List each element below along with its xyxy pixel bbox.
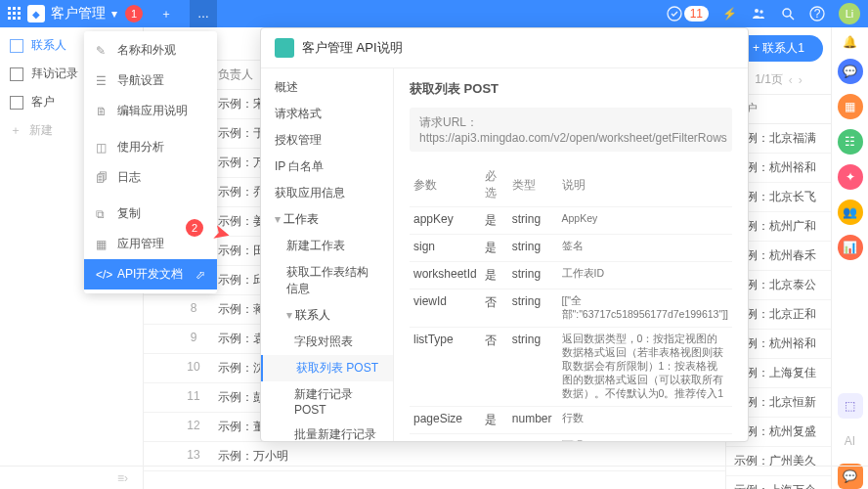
- svg-point-9: [668, 7, 681, 21]
- bottombar: ≡›: [0, 466, 868, 489]
- grid-icon: ▦: [96, 238, 109, 251]
- api-content-title: 获取列表 POST: [410, 80, 732, 98]
- app-icon-6[interactable]: 📊: [838, 235, 863, 260]
- mi-appearance[interactable]: ✎名称和外观: [84, 35, 217, 66]
- context-menu: ✎名称和外观 ☰导航设置 🗎编辑应用说明 ◫使用分析 🗐日志 ⧉复制 ▦应用管理…: [84, 31, 217, 293]
- param-row: worksheetId是string工作表ID: [410, 262, 732, 289]
- nav-label: 拜访记录: [31, 66, 78, 82]
- ai-icon[interactable]: AI: [838, 428, 863, 454]
- svg-point-11: [760, 10, 762, 13]
- badge-2: 2: [186, 219, 203, 237]
- plus-icon: ＋: [10, 122, 22, 139]
- nav-label: 客户: [31, 94, 55, 111]
- svg-rect-6: [8, 17, 11, 20]
- svg-rect-3: [8, 12, 11, 15]
- param-row: appKey是stringAppKey: [410, 207, 732, 235]
- apin-overview[interactable]: 概述: [261, 74, 393, 101]
- svg-rect-8: [18, 17, 21, 20]
- mi-navsetting[interactable]: ☰导航设置: [84, 66, 217, 96]
- app-logo-icon: ◆: [27, 5, 45, 22]
- doc-icon: 🗎: [96, 105, 109, 118]
- apin-auth[interactable]: 授权管理: [261, 127, 393, 154]
- badge-1: 1: [125, 5, 143, 22]
- people-icon[interactable]: [751, 6, 766, 22]
- svg-text:?: ?: [814, 7, 821, 21]
- mi-apidoc[interactable]: </>API开发文档⬀: [84, 259, 217, 289]
- avatar[interactable]: Li: [839, 3, 860, 24]
- copy-icon: ⧉: [96, 207, 109, 221]
- api-header: 客户管理 API说明: [261, 28, 748, 68]
- svg-rect-5: [18, 12, 21, 15]
- apin-batchnew[interactable]: 批量新建行记录 POST: [261, 422, 393, 441]
- app-icon-5[interactable]: 👥: [838, 200, 863, 225]
- code-icon: </>: [96, 268, 109, 282]
- topbar: ◆ 客户管理 ▾ 1 ＋ … 11 ⚡ ? Li: [0, 0, 868, 27]
- svg-point-12: [783, 9, 791, 17]
- next-page-icon[interactable]: ›: [799, 73, 803, 87]
- app-icon-3[interactable]: ☷: [838, 129, 863, 155]
- plus-tab[interactable]: ＋: [152, 0, 180, 27]
- mi-editdesc[interactable]: 🗎编辑应用说明: [84, 96, 217, 126]
- apin-newrec[interactable]: 新建行记录 POST: [261, 381, 393, 422]
- collapse-icon[interactable]: ≡›: [117, 471, 128, 485]
- notif-count[interactable]: 11: [684, 6, 709, 22]
- apin-worksheet[interactable]: ▾ 工作表: [261, 206, 393, 233]
- svg-rect-4: [13, 12, 16, 15]
- app-icon-4[interactable]: ✦: [838, 164, 863, 190]
- svg-rect-0: [8, 7, 11, 10]
- app-icon-1[interactable]: 💬: [838, 59, 863, 84]
- svg-rect-7: [13, 17, 16, 20]
- param-row: pageSize是number行数: [410, 407, 732, 434]
- svg-point-10: [755, 9, 759, 13]
- more-tab[interactable]: …: [190, 0, 217, 27]
- apin-wsstruct[interactable]: 获取工作表结构信息: [261, 259, 393, 302]
- edit-icon: ✎: [96, 44, 109, 58]
- apps-grid-icon[interactable]: [8, 7, 22, 21]
- api-nav: 概述 请求格式 授权管理 IP 白名单 获取应用信息 ▾ 工作表 新建工作表 获…: [261, 68, 394, 441]
- chevron-down-icon: ▾: [275, 212, 283, 226]
- param-row: listType否string返回数据类型，0：按指定视图的数据格式返回（若非表…: [410, 328, 732, 407]
- url-box: 请求URL：https://api3.mingdao.com/v2/open/w…: [410, 108, 732, 152]
- bell-icon[interactable]: 🔔: [843, 35, 857, 49]
- chevron-down-icon[interactable]: ▾: [111, 7, 117, 21]
- apin-getlist[interactable]: 获取列表 POST: [261, 355, 393, 381]
- apin-wsnew[interactable]: 新建工作表: [261, 233, 393, 259]
- apin-contacts[interactable]: ▾ 联系人: [261, 302, 393, 329]
- api-content: 获取列表 POST 请求URL：https://api3.mingdao.com…: [394, 68, 748, 441]
- log-icon: 🗐: [96, 171, 109, 185]
- svg-rect-1: [13, 7, 16, 10]
- api-title: 客户管理 API说明: [302, 39, 403, 57]
- nav-icon: ☰: [96, 74, 109, 88]
- params-table: 参数 必选 类型 说明 appKey是stringAppKeysign是stri…: [410, 163, 732, 441]
- app-icon-2[interactable]: ▦: [838, 94, 863, 119]
- app-title[interactable]: 客户管理: [51, 5, 106, 22]
- search-icon[interactable]: [780, 6, 796, 22]
- apin-reqfmt[interactable]: 请求格式: [261, 101, 393, 127]
- nav-label: 新建: [29, 122, 53, 139]
- mi-log[interactable]: 🗐日志: [84, 162, 217, 193]
- api-panel: 客户管理 API说明 概述 请求格式 授权管理 IP 白名单 获取应用信息 ▾ …: [260, 27, 749, 442]
- bolt-icon[interactable]: ⚡: [722, 7, 737, 21]
- help-icon[interactable]: ?: [809, 6, 825, 22]
- apin-ipwl[interactable]: IP 白名单: [261, 154, 393, 180]
- mi-usage[interactable]: ◫使用分析: [84, 132, 217, 162]
- sidebar-icons: 🔔 💬 ▦ ☷ ✦ 👥 📊 ⬚ AI 💬: [831, 27, 868, 489]
- app-icon-7[interactable]: ⬚: [838, 393, 863, 419]
- prev-page-icon[interactable]: ‹: [789, 73, 793, 87]
- external-link-icon: ⬀: [195, 268, 205, 282]
- check-circle-icon[interactable]: [667, 6, 682, 22]
- apin-appinfo[interactable]: 获取应用信息: [261, 180, 393, 206]
- params-head: 参数 必选 类型 说明: [410, 163, 732, 207]
- apin-fieldmap[interactable]: 字段对照表: [261, 329, 393, 355]
- param-row: sign是string签名: [410, 235, 732, 262]
- param-row: viewId否string[["全部":"63717c518956177d7e1…: [410, 289, 732, 328]
- param-row: pageIndex是number页码: [410, 434, 732, 442]
- chevron-down-icon: ▾: [286, 308, 295, 322]
- svg-rect-2: [18, 7, 21, 10]
- nav-label: 联系人: [31, 37, 66, 54]
- chart-icon: ◫: [96, 141, 109, 155]
- api-logo-icon: [275, 38, 294, 58]
